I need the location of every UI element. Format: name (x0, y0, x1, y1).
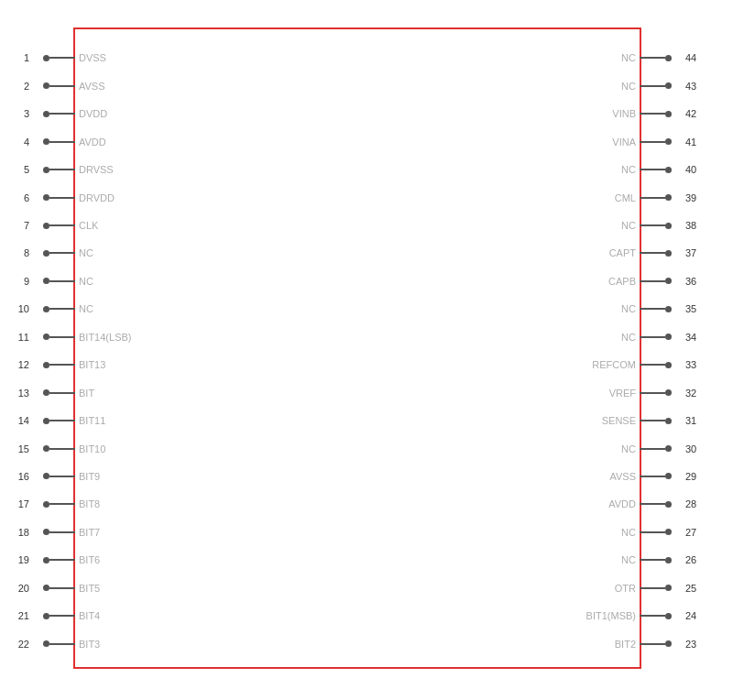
pin-left-19: 19BIT6 (43, 554, 100, 565)
pin-right-31: 31SENSE (602, 415, 672, 426)
pin-left-3: 3DVDD (43, 108, 107, 119)
pin-dot (43, 418, 49, 424)
pin-right-37: 37CAPT (609, 247, 672, 258)
pin-number-27: 27 (685, 527, 713, 538)
pin-line (640, 643, 665, 645)
pin-right-24: 24BIT1(MSB) (586, 610, 672, 621)
pin-label-34: NC (621, 332, 636, 343)
pin-label-32: VREF (609, 388, 636, 399)
pin-number-31: 31 (685, 415, 713, 426)
pin-number-14: 14 (2, 415, 29, 426)
pin-line (640, 448, 665, 450)
pin-label-15: BIT10 (79, 443, 105, 454)
pin-line (640, 280, 665, 282)
pin-line (49, 252, 75, 254)
pin-line (49, 308, 75, 310)
pin-number-10: 10 (2, 303, 29, 314)
pin-number-42: 42 (685, 108, 713, 119)
pin-line (49, 615, 75, 617)
pin-line (640, 197, 665, 199)
pin-number-21: 21 (2, 610, 29, 621)
pin-dot (43, 389, 49, 396)
pin-number-32: 32 (685, 388, 713, 399)
pin-number-6: 6 (2, 192, 29, 203)
pin-left-12: 12BIT13 (43, 359, 105, 370)
pin-left-17: 17BIT8 (43, 498, 100, 509)
pin-label-29: AVSS (609, 471, 636, 482)
pin-dot (43, 501, 49, 508)
pin-left-1: 1DVSS (43, 52, 106, 63)
pin-line (49, 57, 75, 59)
pin-dot (665, 557, 672, 563)
pin-left-8: 8NC (43, 247, 93, 258)
pin-dot (43, 82, 49, 89)
pin-right-40: 40NC (621, 164, 672, 175)
pin-label-6: DRVDD (79, 192, 115, 203)
pin-label-38: NC (621, 220, 636, 231)
pin-dot (43, 585, 49, 591)
pin-left-5: 5DRVSS (43, 164, 114, 175)
pin-dot (665, 55, 672, 61)
pin-right-41: 41VINA (612, 137, 672, 148)
pin-dot (43, 557, 49, 563)
pin-label-41: VINA (612, 137, 636, 148)
pin-number-37: 37 (685, 247, 713, 258)
pin-line (49, 169, 75, 170)
pin-left-4: 4AVDD (43, 137, 106, 148)
pin-dot (43, 111, 49, 117)
pin-line (49, 559, 75, 561)
pin-left-16: 16BIT9 (43, 471, 100, 482)
pin-line (49, 280, 75, 282)
pin-dot (665, 362, 672, 368)
pin-right-43: 43NC (621, 81, 672, 92)
pin-line (49, 141, 75, 143)
pin-line (640, 57, 665, 59)
pin-number-2: 2 (2, 81, 29, 92)
pin-dot (43, 250, 49, 257)
pin-line (49, 503, 75, 505)
pin-label-25: OTR (615, 583, 636, 594)
pin-number-33: 33 (685, 359, 713, 370)
pin-label-39: CML (615, 192, 636, 203)
pin-line (49, 392, 75, 394)
pin-label-37: CAPT (609, 247, 636, 258)
pin-line (640, 141, 665, 143)
pin-line (640, 364, 665, 366)
pin-dot (665, 82, 672, 89)
pin-number-16: 16 (2, 471, 29, 482)
pin-line (49, 113, 75, 115)
pin-right-23: 23BIT2 (615, 639, 672, 650)
pin-number-18: 18 (2, 527, 29, 538)
pin-label-12: BIT13 (79, 359, 105, 370)
pin-dot (43, 306, 49, 312)
pin-label-4: AVDD (79, 137, 106, 148)
pin-left-14: 14BIT11 (43, 415, 105, 426)
pin-left-15: 15BIT10 (43, 443, 105, 454)
pin-line (640, 615, 665, 617)
pin-line (49, 643, 75, 645)
pin-number-5: 5 (2, 164, 29, 175)
pin-number-39: 39 (685, 192, 713, 203)
pin-number-43: 43 (685, 81, 713, 92)
pin-label-36: CAPB (608, 276, 636, 287)
pin-label-9: NC (79, 276, 93, 287)
pin-label-31: SENSE (602, 415, 636, 426)
pin-left-6: 6DRVDD (43, 192, 115, 203)
pin-line (640, 559, 665, 561)
pin-number-35: 35 (685, 303, 713, 314)
pin-number-38: 38 (685, 220, 713, 231)
pin-line (49, 531, 75, 533)
pin-dot (665, 473, 672, 479)
pin-left-9: 9NC (43, 276, 93, 287)
pin-left-10: 10NC (43, 303, 93, 314)
pin-number-34: 34 (685, 332, 713, 343)
pin-number-44: 44 (685, 52, 713, 63)
pin-dot (43, 362, 49, 368)
pin-dot (43, 138, 49, 145)
pin-label-10: NC (79, 303, 93, 314)
pin-line (640, 169, 665, 170)
pin-dot (665, 223, 672, 229)
pin-dot (43, 613, 49, 619)
pin-line (640, 392, 665, 394)
pin-right-33: 33REFCOM (592, 359, 672, 370)
